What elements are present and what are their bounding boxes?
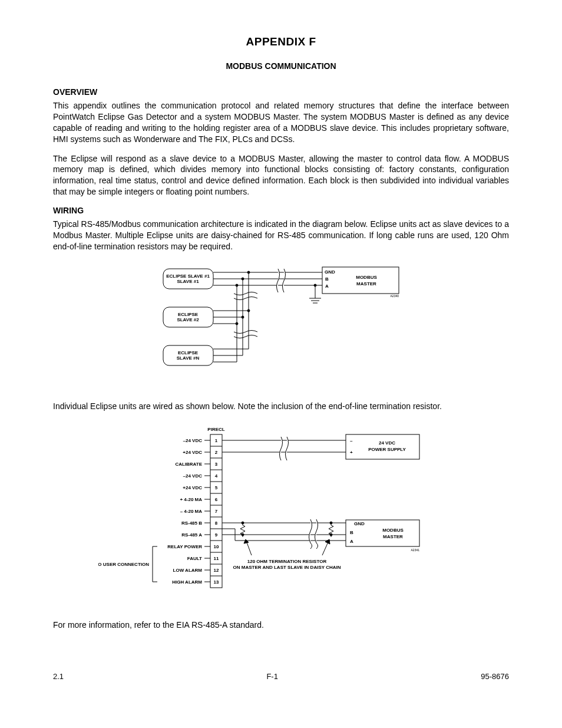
svg-point-22 [236,322,238,325]
wiring-p1: Typical RS-485/Modbus communication arch… [53,219,509,252]
footer-center: F-1 [266,672,278,681]
d2-pin6: + 4-20 MA [180,497,202,502]
d1-code: A2340 [391,294,399,298]
svg-text:2: 2 [215,450,218,455]
appendix-title: APPENDIX F [53,35,509,48]
svg-text:MODBUS: MODBUS [356,275,377,280]
svg-point-21 [247,271,250,274]
svg-point-75 [330,533,332,536]
d2-a: A [350,539,353,544]
svg-text:24 VDC: 24 VDC [379,440,395,446]
d2-header: PIRECL [207,427,224,432]
d2-pin9: RS-485 A [181,532,202,538]
d1-b: B [325,276,329,282]
svg-text:9: 9 [215,532,218,538]
svg-text:11: 11 [214,556,219,561]
svg-text:13: 13 [214,579,219,585]
wiring-p3: For more information, refer to the EIA R… [53,620,509,631]
d2-ps-plus: + [350,450,353,455]
d2-pin8: RS-485 B [181,521,202,526]
d1-a: A [325,284,329,289]
d2-pin3: CALIBRATE [175,462,202,467]
svg-text:POWER SUPPLY: POWER SUPPLY [368,447,406,452]
svg-point-73 [242,533,244,536]
wiring-heading: WIRING [53,206,509,215]
wiring-p2: Individual Eclipse units are wired as sh… [53,401,509,412]
svg-text:SLAVE #2: SLAVE #2 [177,317,199,322]
overview-p1: This appendix outlines the communication… [53,100,509,145]
d2-pin11: FAULT [187,556,202,561]
svg-point-72 [242,522,244,524]
d2-pin13: HIGH ALARM [172,579,202,585]
d2-gnd: GND [354,521,365,526]
svg-text:12: 12 [214,568,219,573]
d2-pin5: +24 VDC [183,485,202,490]
svg-text:MODBUS: MODBUS [382,528,404,533]
d2-pin12: LOW ALARM [173,568,203,573]
svg-point-24 [247,309,250,312]
d2-code: A2341 [411,548,420,552]
svg-text:6: 6 [215,497,218,502]
svg-text:4: 4 [215,473,218,479]
svg-text:ECLIPSE: ECLIPSE [178,350,199,355]
svg-text:8: 8 [215,521,218,526]
d2-pin1: –24 VDC [183,438,203,443]
d2-no-user: NO USER CONNECTION [98,562,149,567]
d2-ps-minus: – [350,438,353,443]
d2-b: B [350,530,353,535]
svg-marker-77 [244,539,249,543]
footer-left: 2.1 [53,672,64,681]
svg-point-74 [330,522,332,524]
svg-text:ECLIPSE: ECLIPSE [178,312,199,317]
svg-text:120 OHM TERMINATION RESISTOR: 120 OHM TERMINATION RESISTOR [247,559,327,564]
d2-pin2: +24 VDC [183,450,202,455]
svg-text:10: 10 [214,544,219,549]
svg-text:SLAVE #N: SLAVE #N [177,355,200,361]
svg-point-20 [242,278,244,280]
overview-p2: The Eclipse will respond as a slave devi… [53,153,509,198]
svg-point-19 [236,284,238,286]
svg-text:7: 7 [215,509,218,514]
svg-text:MASTER: MASTER [356,281,376,286]
page-footer: 2.1 F-1 95-8676 [53,672,509,681]
appendix-subtitle: MODBUS COMMUNICATION [53,61,509,71]
d2-pin7: – 4-20 MA [180,509,203,514]
svg-text:5: 5 [215,485,218,490]
svg-text:3: 3 [215,462,218,467]
d2-pin4: –24 VDC [183,473,203,479]
unit-wiring-diagram: PIRECL 1 2 3 4 5 6 7 8 9 10 11 12 13 –24… [98,423,464,605]
svg-point-23 [242,316,244,318]
svg-text:SLAVE #1: SLAVE #1 [177,279,199,284]
svg-point-26 [314,284,316,286]
svg-text:MASTER: MASTER [383,534,403,539]
d1-slave1-l1: ECLIPSE SLAVE #1 [166,274,210,279]
d1-gnd: GND [325,269,335,275]
overview-heading: OVERVIEW [53,87,509,97]
svg-text:ON MASTER AND LAST SLAVE IN DA: ON MASTER AND LAST SLAVE IN DAISY CHAIN [233,565,341,570]
daisy-chain-diagram: ECLIPSE SLAVE #1 SLAVE #1 ECLIPSE SLAVE … [157,263,405,387]
svg-text:1: 1 [215,438,218,443]
d2-pin10: RELAY POWER [167,544,202,549]
footer-right: 95-8676 [481,672,509,681]
